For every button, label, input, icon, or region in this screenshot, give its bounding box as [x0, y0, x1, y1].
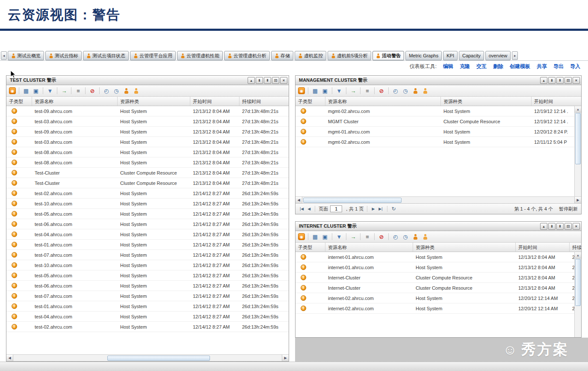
column-header-duration[interactable]: 持续时间: [570, 243, 581, 252]
maximize-button[interactable]: ⇞: [556, 77, 564, 84]
rss-feed-icon[interactable]: ◉: [298, 87, 305, 94]
collapse-button[interactable]: ▴: [540, 77, 547, 84]
scrollbar-thumb[interactable]: [575, 113, 581, 164]
scroll-left-button[interactable]: ◀: [6, 355, 13, 361]
tool-link-5[interactable]: 共享: [537, 63, 547, 70]
pause-refresh-link[interactable]: 暂停刷新: [559, 206, 578, 212]
table-row[interactable]: test-10.ahrcu.comHost System12/14/12 8:2…: [6, 260, 289, 270]
scrollbar-thumb[interactable]: [575, 259, 581, 306]
refresh-button[interactable]: ↻: [391, 206, 397, 212]
table-row[interactable]: test-04.ahrcu.comHost System12/14/12 8:2…: [6, 229, 289, 240]
suspend-alert-icon[interactable]: ◴: [103, 87, 110, 95]
scrollbar-thumb[interactable]: [303, 198, 402, 203]
tool-link-2[interactable]: 交互: [476, 63, 487, 70]
acknowledge-alert-icon[interactable]: ◷: [112, 87, 120, 95]
scrollbar-thumb[interactable]: [107, 356, 210, 361]
table-row[interactable]: internet-01.ahrcu.comHost System12/13/12…: [295, 252, 581, 262]
vertical-scrollbar[interactable]: ▲: [574, 106, 581, 196]
column-header-start-time[interactable]: 开始时间: [190, 97, 239, 106]
column-header-resource-name[interactable]: 资源名称: [325, 243, 413, 252]
export-icon[interactable]: →: [60, 87, 68, 95]
tab-item-1[interactable]: 测试云指标: [45, 51, 82, 60]
scroll-right-button[interactable]: ▶: [282, 355, 289, 361]
multi-report-icon[interactable]: ▦: [311, 87, 319, 95]
tool-link-3[interactable]: 删除: [493, 63, 503, 70]
filter-icon[interactable]: ▼: [46, 87, 54, 95]
take-ownership-icon[interactable]: [122, 87, 130, 95]
tool-link-6[interactable]: 导出: [553, 63, 564, 70]
tab-item-9[interactable]: 活动警告: [372, 51, 404, 60]
column-header-start-time[interactable]: 开始时间: [532, 97, 581, 106]
table-row[interactable]: test-07.ahrcu.comHost System12/14/12 8:2…: [6, 250, 289, 260]
scroll-right-button[interactable]: ▶: [574, 197, 581, 203]
minimize-button[interactable]: ⇟: [548, 77, 555, 84]
copy-icon[interactable]: ▣: [321, 233, 329, 240]
tab-item-2[interactable]: 测试云项目状态: [83, 51, 129, 60]
first-page-button[interactable]: |◀: [299, 207, 304, 211]
table-row[interactable]: Internet-ClusterCluster Compute Resource…: [295, 283, 581, 293]
last-page-button[interactable]: ▶|: [378, 207, 383, 211]
column-header-resource-name[interactable]: 资源名称: [32, 97, 118, 106]
suspend-alert-icon[interactable]: ◴: [392, 233, 399, 240]
maximize-button[interactable]: ⇞: [264, 77, 271, 84]
table-row[interactable]: Test-ClusterCluster Compute Resource12/1…: [6, 178, 289, 188]
export-icon[interactable]: →: [349, 87, 357, 95]
table-row[interactable]: Internet-ClusterCluster Compute Resource…: [295, 273, 581, 283]
column-header-resource-kind[interactable]: 资源种类: [441, 97, 532, 106]
tab-item-10[interactable]: Metric Graphs: [405, 51, 442, 60]
minimize-button[interactable]: ⇟: [548, 223, 555, 230]
cancel-alert-icon[interactable]: ⊘: [378, 87, 385, 95]
take-ownership-icon[interactable]: [411, 233, 419, 240]
tool-link-7[interactable]: 导入: [570, 63, 580, 70]
details-icon[interactable]: ≡: [363, 233, 371, 240]
release-ownership-icon[interactable]: [421, 233, 429, 240]
table-row[interactable]: test-07.ahrcu.comHost System12/14/12 8:2…: [6, 291, 289, 301]
tab-item-13[interactable]: overview: [485, 51, 511, 60]
column-header-resource-name[interactable]: 资源名称: [325, 97, 441, 106]
cancel-alert-icon[interactable]: ⊘: [378, 233, 385, 240]
table-row[interactable]: test-05.ahrcu.comHost System12/14/12 8:2…: [6, 209, 289, 219]
table-row[interactable]: internet-01.ahrcu.comHost System12/13/12…: [295, 262, 581, 273]
scroll-left-button[interactable]: ◀: [295, 197, 302, 203]
print-button[interactable]: ⊡: [564, 223, 572, 230]
details-icon[interactable]: ≡: [74, 87, 82, 95]
tab-item-5[interactable]: 云管理虚机分析: [224, 51, 270, 60]
table-row[interactable]: test-01.ahrcu.comHost System12/14/12 8:2…: [6, 240, 289, 250]
column-header-subtype[interactable]: 子类型: [295, 243, 325, 252]
table-row[interactable]: test-10.ahrcu.comHost System12/14/12 8:2…: [6, 199, 289, 209]
scroll-up-button[interactable]: ▲: [575, 252, 581, 258]
table-row[interactable]: internet-02.ahrcu.comHost System12/20/12…: [295, 293, 581, 303]
horizontal-scrollbar[interactable]: ◀ ▶: [295, 196, 581, 203]
table-row[interactable]: test-05.ahrcu.comHost System12/14/12 8:2…: [6, 270, 289, 281]
table-row[interactable]: MGMT ClusterCluster Compute Resource12/1…: [295, 116, 581, 127]
minimize-button[interactable]: ⇟: [256, 77, 263, 84]
acknowledge-alert-icon[interactable]: ◷: [402, 233, 409, 240]
close-button[interactable]: ×: [573, 77, 580, 84]
close-button[interactable]: ×: [573, 223, 580, 230]
collapse-button[interactable]: ▴: [540, 223, 547, 230]
table-row[interactable]: test-02.ahrcu.comHost System12/14/12 8:2…: [6, 188, 289, 199]
table-row[interactable]: test-04.ahrcu.comHost System12/14/12 8:2…: [6, 312, 289, 322]
table-row[interactable]: test-09.ahrcu.comHost System12/13/12 8:0…: [6, 106, 289, 116]
rss-feed-icon[interactable]: ◉: [9, 87, 16, 94]
tab-item-3[interactable]: 云管理平台应用: [130, 51, 176, 60]
cancel-alert-icon[interactable]: ⊘: [89, 87, 96, 95]
suspend-alert-icon[interactable]: ◴: [392, 87, 399, 95]
column-header-subtype[interactable]: 子类型: [295, 97, 325, 106]
release-ownership-icon[interactable]: [132, 87, 140, 95]
tab-item-6[interactable]: 存储: [271, 51, 293, 60]
release-ownership-icon[interactable]: [421, 87, 429, 95]
table-row[interactable]: test-09.ahrcu.comHost System12/13/12 8:0…: [6, 127, 289, 137]
column-header-start-time[interactable]: 开始时间: [516, 243, 570, 252]
multi-report-icon[interactable]: ▦: [22, 87, 30, 95]
multi-report-icon[interactable]: ▦: [311, 233, 319, 240]
maximize-button[interactable]: ⇞: [556, 223, 564, 230]
table-row[interactable]: mgmt-01.ahrcu.comHost System12/20/12 8:2…: [295, 127, 581, 137]
print-button[interactable]: ⊡: [564, 77, 572, 84]
table-row[interactable]: test-08.ahrcu.comHost System12/13/12 8:0…: [6, 157, 289, 168]
column-header-duration[interactable]: 持续时间: [239, 97, 289, 106]
horizontal-scrollbar[interactable]: ◀ ▶: [6, 354, 289, 361]
tab-item-0[interactable]: 测试云概览: [8, 51, 44, 60]
table-row[interactable]: test-08.ahrcu.comHost System12/13/12 8:0…: [6, 147, 289, 157]
details-icon[interactable]: ≡: [363, 87, 371, 95]
